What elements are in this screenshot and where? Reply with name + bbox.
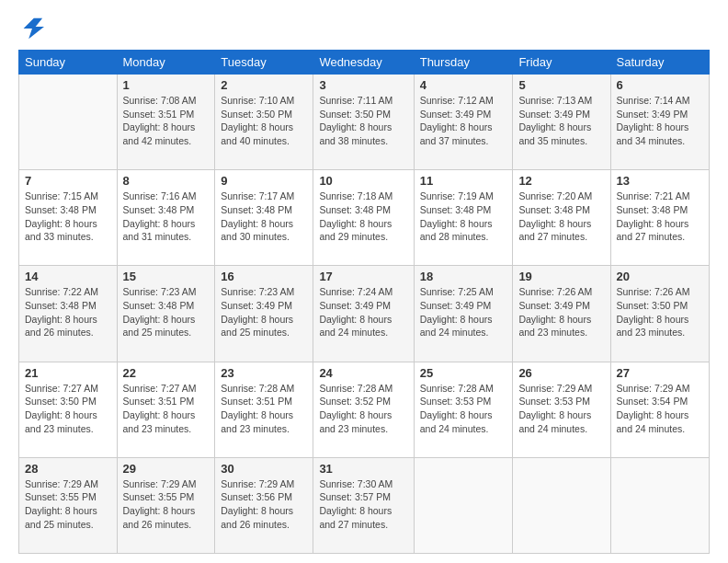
- col-header-monday: Monday: [117, 51, 215, 75]
- day-number: 29: [123, 462, 210, 476]
- day-number: 4: [420, 78, 507, 92]
- day-cell: 3Sunrise: 7:11 AM Sunset: 3:50 PM Daylig…: [313, 75, 414, 170]
- day-cell: 11Sunrise: 7:19 AM Sunset: 3:48 PM Dayli…: [414, 170, 513, 266]
- day-detail: Sunrise: 7:22 AM Sunset: 3:48 PM Dayligh…: [25, 285, 111, 339]
- col-header-sunday: Sunday: [19, 51, 118, 75]
- week-row-2: 7Sunrise: 7:15 AM Sunset: 3:48 PM Daylig…: [19, 170, 710, 266]
- day-number: 31: [319, 462, 407, 476]
- week-row-1: 1Sunrise: 7:08 AM Sunset: 3:51 PM Daylig…: [19, 75, 710, 170]
- day-number: 9: [221, 174, 307, 188]
- day-cell: [513, 457, 610, 553]
- day-detail: Sunrise: 7:23 AM Sunset: 3:48 PM Dayligh…: [123, 285, 210, 339]
- day-number: 10: [319, 174, 407, 188]
- day-number: 7: [25, 174, 111, 188]
- svg-marker-0: [24, 18, 44, 39]
- day-detail: Sunrise: 7:14 AM Sunset: 3:49 PM Dayligh…: [617, 94, 704, 148]
- day-detail: Sunrise: 7:27 AM Sunset: 3:51 PM Dayligh…: [123, 382, 210, 436]
- day-detail: Sunrise: 7:15 AM Sunset: 3:48 PM Dayligh…: [25, 190, 111, 244]
- day-number: 14: [25, 270, 111, 283]
- day-detail: Sunrise: 7:23 AM Sunset: 3:49 PM Dayligh…: [221, 285, 307, 339]
- day-number: 11: [420, 174, 507, 188]
- day-detail: Sunrise: 7:10 AM Sunset: 3:50 PM Dayligh…: [221, 94, 307, 148]
- day-detail: Sunrise: 7:17 AM Sunset: 3:48 PM Dayligh…: [221, 190, 307, 244]
- day-detail: Sunrise: 7:29 AM Sunset: 3:55 PM Dayligh…: [123, 477, 210, 532]
- day-number: 30: [221, 462, 307, 476]
- day-cell: 15Sunrise: 7:23 AM Sunset: 3:48 PM Dayli…: [117, 266, 215, 362]
- day-detail: Sunrise: 7:29 AM Sunset: 3:55 PM Dayligh…: [25, 477, 111, 532]
- day-number: 25: [420, 366, 507, 380]
- day-detail: Sunrise: 7:29 AM Sunset: 3:53 PM Dayligh…: [518, 382, 604, 436]
- day-detail: Sunrise: 7:12 AM Sunset: 3:49 PM Dayligh…: [420, 94, 507, 148]
- day-cell: 12Sunrise: 7:20 AM Sunset: 3:48 PM Dayli…: [513, 170, 610, 266]
- day-detail: Sunrise: 7:08 AM Sunset: 3:51 PM Dayligh…: [123, 94, 210, 148]
- day-cell: 31Sunrise: 7:30 AM Sunset: 3:57 PM Dayli…: [313, 457, 414, 553]
- col-header-wednesday: Wednesday: [313, 51, 414, 75]
- day-detail: Sunrise: 7:26 AM Sunset: 3:50 PM Dayligh…: [617, 285, 704, 339]
- day-detail: Sunrise: 7:11 AM Sunset: 3:50 PM Dayligh…: [319, 94, 407, 148]
- day-cell: 7Sunrise: 7:15 AM Sunset: 3:48 PM Daylig…: [19, 170, 118, 266]
- day-detail: Sunrise: 7:13 AM Sunset: 3:49 PM Dayligh…: [518, 94, 604, 148]
- day-cell: 24Sunrise: 7:28 AM Sunset: 3:52 PM Dayli…: [313, 362, 414, 457]
- day-cell: 22Sunrise: 7:27 AM Sunset: 3:51 PM Dayli…: [117, 362, 215, 457]
- day-cell: 19Sunrise: 7:26 AM Sunset: 3:49 PM Dayli…: [513, 266, 610, 362]
- day-cell: 18Sunrise: 7:25 AM Sunset: 3:49 PM Dayli…: [414, 266, 513, 362]
- day-cell: 16Sunrise: 7:23 AM Sunset: 3:49 PM Dayli…: [215, 266, 313, 362]
- day-detail: Sunrise: 7:26 AM Sunset: 3:49 PM Dayligh…: [518, 285, 604, 339]
- logo-icon: [18, 15, 44, 40]
- day-number: 15: [123, 270, 210, 283]
- day-cell: 23Sunrise: 7:28 AM Sunset: 3:51 PM Dayli…: [215, 362, 313, 457]
- day-number: 16: [221, 270, 307, 283]
- day-cell: 20Sunrise: 7:26 AM Sunset: 3:50 PM Dayli…: [610, 266, 710, 362]
- day-cell: [414, 457, 513, 553]
- day-cell: 1Sunrise: 7:08 AM Sunset: 3:51 PM Daylig…: [117, 75, 215, 170]
- day-number: 2: [221, 78, 307, 92]
- day-cell: 26Sunrise: 7:29 AM Sunset: 3:53 PM Dayli…: [513, 362, 610, 457]
- day-detail: Sunrise: 7:29 AM Sunset: 3:54 PM Dayligh…: [617, 382, 704, 436]
- day-detail: Sunrise: 7:24 AM Sunset: 3:49 PM Dayligh…: [319, 285, 407, 339]
- day-number: 3: [319, 78, 407, 92]
- day-cell: 9Sunrise: 7:17 AM Sunset: 3:48 PM Daylig…: [215, 170, 313, 266]
- day-number: 17: [319, 270, 407, 283]
- day-cell: 6Sunrise: 7:14 AM Sunset: 3:49 PM Daylig…: [610, 75, 710, 170]
- day-detail: Sunrise: 7:21 AM Sunset: 3:48 PM Dayligh…: [617, 190, 704, 244]
- day-number: 13: [617, 174, 704, 188]
- day-cell: 21Sunrise: 7:27 AM Sunset: 3:50 PM Dayli…: [19, 362, 118, 457]
- page: SundayMondayTuesdayWednesdayThursdayFrid…: [0, 0, 728, 563]
- day-number: 27: [617, 366, 704, 380]
- day-cell: 5Sunrise: 7:13 AM Sunset: 3:49 PM Daylig…: [513, 75, 610, 170]
- day-number: 18: [420, 270, 507, 283]
- day-number: 19: [518, 270, 604, 283]
- day-number: 20: [617, 270, 704, 283]
- day-detail: Sunrise: 7:28 AM Sunset: 3:51 PM Dayligh…: [221, 382, 307, 436]
- day-cell: 17Sunrise: 7:24 AM Sunset: 3:49 PM Dayli…: [313, 266, 414, 362]
- day-detail: Sunrise: 7:29 AM Sunset: 3:56 PM Dayligh…: [221, 477, 307, 532]
- day-detail: Sunrise: 7:28 AM Sunset: 3:53 PM Dayligh…: [420, 382, 507, 436]
- col-header-friday: Friday: [513, 51, 610, 75]
- day-number: 22: [123, 366, 210, 380]
- day-cell: 30Sunrise: 7:29 AM Sunset: 3:56 PM Dayli…: [215, 457, 313, 553]
- day-detail: Sunrise: 7:16 AM Sunset: 3:48 PM Dayligh…: [123, 190, 210, 244]
- header: [18, 15, 710, 40]
- day-cell: 4Sunrise: 7:12 AM Sunset: 3:49 PM Daylig…: [414, 75, 513, 170]
- day-cell: [19, 75, 118, 170]
- day-number: 21: [25, 366, 111, 380]
- day-cell: 27Sunrise: 7:29 AM Sunset: 3:54 PM Dayli…: [610, 362, 710, 457]
- day-cell: [610, 457, 710, 553]
- col-header-tuesday: Tuesday: [215, 51, 313, 75]
- day-cell: 29Sunrise: 7:29 AM Sunset: 3:55 PM Dayli…: [117, 457, 215, 553]
- day-cell: 25Sunrise: 7:28 AM Sunset: 3:53 PM Dayli…: [414, 362, 513, 457]
- day-cell: 2Sunrise: 7:10 AM Sunset: 3:50 PM Daylig…: [215, 75, 313, 170]
- col-header-saturday: Saturday: [610, 51, 710, 75]
- day-number: 1: [123, 78, 210, 92]
- day-cell: 8Sunrise: 7:16 AM Sunset: 3:48 PM Daylig…: [117, 170, 215, 266]
- day-number: 24: [319, 366, 407, 380]
- day-detail: Sunrise: 7:18 AM Sunset: 3:48 PM Dayligh…: [319, 190, 407, 244]
- day-number: 8: [123, 174, 210, 188]
- logo: [18, 15, 48, 40]
- day-detail: Sunrise: 7:28 AM Sunset: 3:52 PM Dayligh…: [319, 382, 407, 436]
- day-cell: 13Sunrise: 7:21 AM Sunset: 3:48 PM Dayli…: [610, 170, 710, 266]
- calendar-header-row: SundayMondayTuesdayWednesdayThursdayFrid…: [19, 51, 710, 75]
- day-detail: Sunrise: 7:20 AM Sunset: 3:48 PM Dayligh…: [518, 190, 604, 244]
- col-header-thursday: Thursday: [414, 51, 513, 75]
- week-row-3: 14Sunrise: 7:22 AM Sunset: 3:48 PM Dayli…: [19, 266, 710, 362]
